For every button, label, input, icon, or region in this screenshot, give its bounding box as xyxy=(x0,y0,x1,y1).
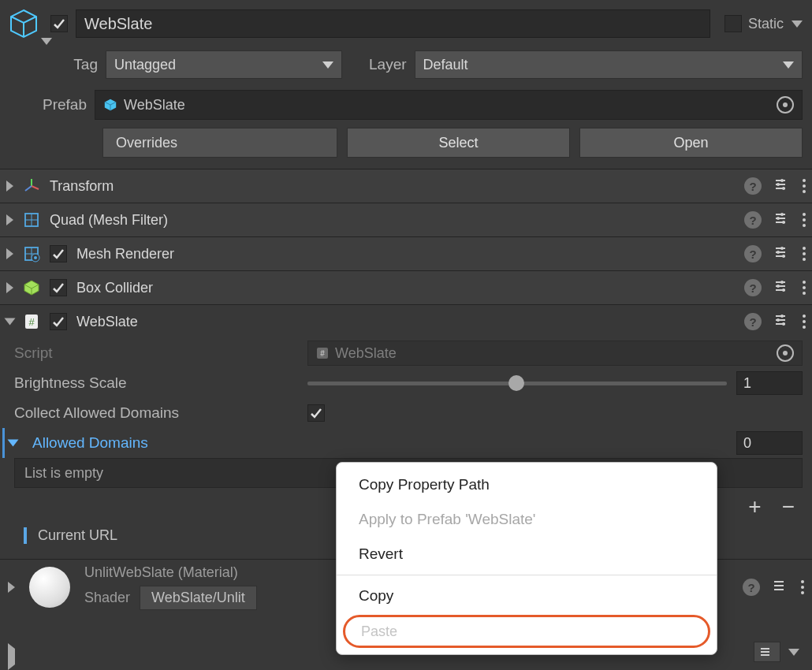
svg-point-40 xyxy=(782,288,785,292)
slider-thumb[interactable] xyxy=(508,375,524,391)
presets-icon[interactable] xyxy=(773,578,788,597)
prefab-label: Prefab xyxy=(33,96,87,114)
layer-dropdown[interactable]: Default xyxy=(415,50,803,79)
kebab-icon[interactable] xyxy=(803,247,806,261)
foldout-icon[interactable] xyxy=(6,214,13,225)
transform-component-header[interactable]: Transform ? xyxy=(0,169,812,203)
svg-point-39 xyxy=(777,285,780,288)
foldout-icon[interactable] xyxy=(8,582,15,593)
svg-text:#: # xyxy=(320,349,325,358)
mesh-filter-component-header[interactable]: Quad (Mesh Filter) ? xyxy=(0,203,812,236)
script-value: WebSlate xyxy=(335,345,397,362)
object-picker-icon[interactable] xyxy=(777,344,794,362)
menu-revert[interactable]: Revert xyxy=(337,537,717,571)
component-title: Transform xyxy=(50,178,735,195)
kebab-icon[interactable] xyxy=(803,315,806,329)
svg-point-20 xyxy=(777,217,780,220)
box-collider-icon xyxy=(23,279,40,296)
tag-label: Tag xyxy=(66,56,98,73)
mesh-renderer-icon xyxy=(23,245,40,262)
presets-icon[interactable] xyxy=(774,210,790,230)
foldout-icon[interactable] xyxy=(6,282,13,293)
kebab-icon[interactable] xyxy=(803,213,806,227)
presets-icon[interactable] xyxy=(774,244,790,264)
object-picker-icon[interactable] xyxy=(777,96,794,114)
enable-checkbox[interactable] xyxy=(50,313,67,330)
foldout-icon[interactable] xyxy=(8,643,15,670)
overrides-dropdown[interactable]: Overrides xyxy=(102,128,337,158)
tag-value: Untagged xyxy=(114,57,176,73)
chevron-down-icon[interactable] xyxy=(788,649,799,656)
foldout-icon[interactable] xyxy=(6,181,13,192)
help-icon[interactable]: ? xyxy=(743,579,760,596)
layer-value: Default xyxy=(423,57,468,73)
brightness-label: Brightness Scale xyxy=(9,374,301,392)
transform-icon xyxy=(23,177,40,195)
brightness-slider[interactable] xyxy=(307,382,727,385)
component-title: Mesh Renderer xyxy=(76,246,735,262)
prefab-asset-field[interactable]: WebSlate xyxy=(95,90,803,120)
collect-domains-checkbox[interactable] xyxy=(307,404,325,422)
presets-icon[interactable] xyxy=(774,177,790,196)
presets-icon[interactable] xyxy=(774,278,790,298)
script-icon: # xyxy=(23,313,40,330)
webslate-component-header[interactable]: # WebSlate ? xyxy=(0,305,812,338)
mesh-renderer-component-header[interactable]: Mesh Renderer ? xyxy=(0,237,812,270)
allowed-domains-label[interactable]: Allowed Domains xyxy=(28,434,730,452)
gameobject-name-input[interactable] xyxy=(76,9,710,38)
menu-paste[interactable]: Paste xyxy=(343,615,710,648)
material-preview-icon xyxy=(29,567,70,608)
foldout-icon[interactable] xyxy=(6,248,13,259)
help-icon[interactable]: ? xyxy=(744,177,762,195)
kebab-icon[interactable] xyxy=(803,179,806,193)
foldout-icon[interactable] xyxy=(5,318,16,326)
layer-label: Layer xyxy=(369,56,407,73)
menu-separator xyxy=(337,575,717,575)
help-icon[interactable]: ? xyxy=(744,211,762,229)
layout-dropdown[interactable] xyxy=(754,642,780,662)
menu-apply-to-prefab: Apply to Prefab 'WebSlate' xyxy=(337,502,717,537)
help-icon[interactable]: ? xyxy=(744,313,762,330)
list-remove-button[interactable]: − xyxy=(782,494,795,519)
svg-point-21 xyxy=(782,221,785,224)
list-add-button[interactable]: + xyxy=(748,494,761,519)
prefab-row: Prefab WebSlate xyxy=(0,82,812,125)
inspector-header: Static xyxy=(0,0,812,47)
allowed-domains-count[interactable]: 0 xyxy=(736,431,803,455)
help-icon[interactable]: ? xyxy=(744,279,762,296)
box-collider-component-header[interactable]: Box Collider ? xyxy=(0,271,812,304)
menu-copy[interactable]: Copy xyxy=(337,579,717,613)
svg-point-12 xyxy=(782,187,785,190)
script-field[interactable]: # WebSlate xyxy=(307,341,803,366)
tag-layer-row: Tag Untagged Layer Default xyxy=(0,47,812,82)
help-icon[interactable]: ? xyxy=(744,245,762,262)
presets-icon[interactable] xyxy=(774,312,790,332)
shader-dropdown[interactable]: WebSlate/Unlit xyxy=(140,586,257,610)
brightness-value[interactable]: 1 xyxy=(736,371,803,395)
select-button[interactable]: Select xyxy=(347,128,570,158)
kebab-icon[interactable] xyxy=(803,281,806,295)
svg-point-31 xyxy=(777,251,780,254)
svg-point-30 xyxy=(780,247,784,250)
foldout-icon[interactable] xyxy=(8,440,19,447)
svg-point-19 xyxy=(780,213,784,216)
svg-point-11 xyxy=(777,183,780,186)
tag-dropdown[interactable]: Untagged xyxy=(106,50,342,79)
component-title: Box Collider xyxy=(76,280,735,296)
svg-point-46 xyxy=(780,315,784,318)
svg-line-5 xyxy=(32,186,39,189)
menu-copy-property-path[interactable]: Copy Property Path xyxy=(337,467,717,502)
static-label: Static xyxy=(748,16,784,32)
open-button[interactable]: Open xyxy=(579,128,803,158)
gameobject-icon-dropdown[interactable] xyxy=(41,38,52,45)
static-checkbox[interactable] xyxy=(724,15,742,32)
chevron-down-icon xyxy=(783,61,794,69)
svg-text:#: # xyxy=(28,316,35,328)
svg-point-38 xyxy=(780,281,784,284)
active-checkbox[interactable] xyxy=(50,15,68,32)
shader-label: Shader xyxy=(84,590,130,606)
kebab-icon[interactable] xyxy=(801,580,804,594)
static-dropdown-icon[interactable] xyxy=(792,20,803,28)
enable-checkbox[interactable] xyxy=(50,279,67,296)
enable-checkbox[interactable] xyxy=(50,245,67,262)
